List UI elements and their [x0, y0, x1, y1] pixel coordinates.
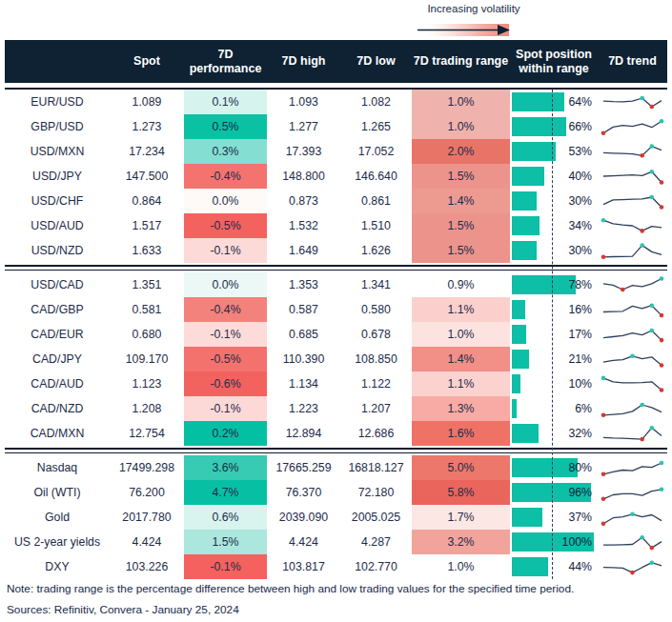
sparkline-chart	[599, 272, 666, 297]
header-trading-range: 7D trading range	[412, 40, 510, 83]
max-dot-icon	[650, 560, 655, 565]
high-value: 1.093	[267, 90, 340, 114]
trend-sparkline	[598, 371, 667, 396]
low-value: 16818.127	[340, 455, 412, 480]
low-value: 1.265	[340, 114, 412, 139]
spot-value: 147.500	[110, 164, 184, 189]
min-dot-icon	[660, 338, 664, 343]
max-dot-icon	[640, 403, 644, 408]
spot-position-bar	[512, 216, 540, 235]
low-value: 4.287	[340, 530, 412, 554]
low-value: 0.580	[340, 297, 412, 322]
spot-position-label: 100%	[562, 530, 592, 554]
spot-position-label: 40%	[568, 164, 592, 189]
high-value: 1.353	[267, 272, 340, 297]
table-body: EUR/USD 1.089 0.1% 1.093 1.082 1.0% 64% …	[5, 90, 667, 579]
trend-sparkline	[598, 164, 667, 189]
spot-value: 4.424	[110, 530, 184, 554]
spot-position-cell: 53%	[510, 139, 598, 164]
spot-position-label: 34%	[568, 213, 592, 238]
asset-label: USD/CAD	[5, 272, 110, 297]
table-row: Oil (WTI) 76.200 4.7% 76.370 72.180 5.8%…	[5, 480, 667, 505]
min-dot-icon	[640, 437, 644, 442]
trend-sparkline	[598, 189, 667, 213]
spot-position-label: 6%	[575, 396, 592, 421]
table-row: CAD/EUR 0.680 -0.1% 0.685 0.678 1.0% 17%	[5, 322, 667, 347]
spot-position-cell: 100%	[510, 530, 598, 554]
spot-position-bar	[512, 92, 564, 111]
table-row: US 2-year yields 4.424 1.5% 4.424 4.287 …	[5, 530, 667, 554]
performance-cell: 0.0%	[184, 189, 267, 213]
spot-position-cell: 40%	[510, 164, 598, 189]
sparkline-chart	[599, 347, 666, 371]
spot-value: 1.351	[110, 272, 184, 297]
max-dot-icon	[650, 195, 655, 200]
asset-label: EUR/USD	[5, 90, 110, 114]
sparkline-chart	[599, 90, 666, 114]
low-value: 1.082	[340, 90, 412, 114]
arrow-right-icon	[416, 24, 513, 36]
spot-value: 1.273	[110, 114, 184, 139]
performance-cell: 0.1%	[184, 90, 267, 114]
spot-position-bar	[512, 374, 520, 393]
trading-range-cell: 1.5%	[412, 164, 510, 189]
sparkline-chart	[599, 505, 666, 530]
trend-sparkline	[598, 347, 667, 371]
performance-cell: -0.4%	[184, 297, 267, 322]
asset-label: US 2-year yields	[5, 530, 110, 554]
trend-sparkline	[598, 505, 667, 530]
spot-position-bar	[512, 167, 544, 186]
high-value: 12.894	[267, 421, 340, 446]
low-value: 108.850	[340, 347, 412, 371]
performance-cell: 4.7%	[184, 480, 267, 505]
trend-sparkline	[598, 272, 667, 297]
max-dot-icon	[660, 119, 664, 124]
spot-position-bar	[512, 424, 539, 443]
min-dot-icon	[640, 229, 644, 233]
trend-sparkline	[598, 455, 667, 480]
asset-label: USD/NZD	[5, 238, 110, 263]
table-row: USD/MXN 17.234 0.3% 17.393 17.052 2.0% 5…	[5, 139, 667, 164]
header-low: 7D low	[340, 40, 412, 83]
trading-range-cell: 2.0%	[412, 139, 510, 164]
max-dot-icon	[640, 96, 644, 101]
min-dot-icon	[650, 105, 655, 110]
min-dot-icon	[660, 180, 664, 185]
spot-value: 17499.298	[110, 455, 184, 480]
asset-label: CAD/AUD	[5, 371, 110, 396]
table-row: USD/CAD 1.351 0.0% 1.353 1.341 0.9% 78%	[5, 272, 667, 297]
sparkline-chart	[599, 371, 666, 396]
max-dot-icon	[660, 276, 664, 281]
sparkline-chart	[599, 396, 666, 421]
trend-sparkline	[598, 480, 667, 505]
sources-line: Sources: Refinitiv, Convera - January 25…	[7, 603, 239, 616]
spot-position-cell: 6%	[510, 396, 598, 421]
volatility-legend: Increasing volatility	[416, 3, 532, 39]
table-row: Gold 2017.780 0.6% 2039.090 2005.025 1.7…	[5, 505, 667, 530]
max-dot-icon	[650, 170, 655, 174]
spot-position-bar	[512, 117, 566, 136]
trading-range-cell: 1.0%	[412, 114, 510, 139]
asset-label: USD/AUD	[5, 213, 110, 238]
high-value: 148.800	[267, 164, 340, 189]
low-value: 17.052	[340, 139, 412, 164]
spot-value: 17.234	[110, 139, 184, 164]
spot-value: 1.633	[110, 238, 184, 263]
performance-cell: -0.1%	[184, 396, 267, 421]
spot-position-cell: 64%	[510, 90, 598, 114]
table-header: Spot 7D performance 7D high 7D low 7D tr…	[5, 40, 667, 83]
max-dot-icon	[660, 461, 664, 466]
spot-value: 1.123	[110, 371, 184, 396]
low-value: 1.626	[340, 238, 412, 263]
trend-sparkline	[598, 238, 667, 263]
trend-sparkline	[598, 297, 667, 322]
asset-label: CAD/GBP	[5, 297, 110, 322]
low-value: 2005.025	[340, 505, 412, 530]
trading-range-cell: 1.5%	[412, 213, 510, 238]
low-value: 102.770	[340, 554, 412, 579]
performance-cell: 1.5%	[184, 530, 267, 554]
spot-position-label: 66%	[568, 114, 592, 139]
performance-cell: -0.5%	[184, 347, 267, 371]
spot-position-cell: 16%	[510, 297, 598, 322]
min-dot-icon	[660, 363, 664, 368]
